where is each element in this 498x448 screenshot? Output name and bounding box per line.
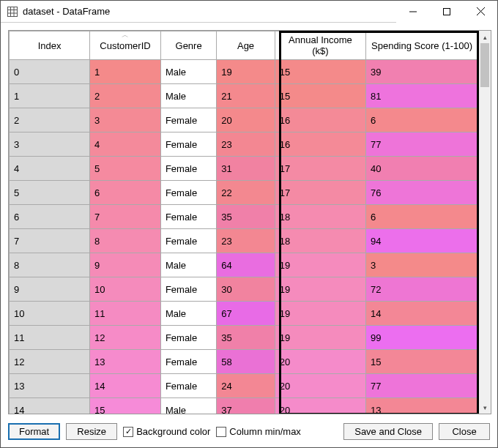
cell-index[interactable]: 14	[10, 398, 90, 414]
minimize-button[interactable]	[396, 1, 430, 23]
table-scroll[interactable]: Index ︿CustomerID Genre Age Annual Incom…	[9, 31, 478, 414]
cell-genre[interactable]: Female	[160, 108, 216, 132]
cell-genre[interactable]: Male	[160, 253, 216, 277]
cell-income[interactable]: 20	[275, 350, 365, 374]
cell-customer-id[interactable]: 9	[90, 253, 161, 277]
cell-age[interactable]: 37	[217, 398, 275, 414]
cell-income[interactable]: 16	[275, 132, 365, 157]
cell-income[interactable]: 19	[275, 326, 365, 350]
cell-index[interactable]: 11	[10, 326, 90, 350]
cell-income[interactable]: 17	[275, 181, 365, 205]
col-header-customer-id[interactable]: ︿CustomerID	[90, 31, 161, 60]
cell-spend[interactable]: 40	[366, 157, 478, 181]
cell-income[interactable]: 19	[275, 277, 365, 302]
cell-customer-id[interactable]: 15	[90, 398, 161, 414]
cell-genre[interactable]: Female	[160, 205, 216, 229]
cell-customer-id[interactable]: 7	[90, 205, 161, 229]
cell-genre[interactable]: Female	[160, 374, 216, 398]
cell-customer-id[interactable]: 14	[90, 374, 161, 398]
cell-genre[interactable]: Male	[160, 398, 216, 414]
format-button[interactable]: Format	[8, 423, 60, 440]
scroll-up-icon[interactable]: ▴	[479, 31, 491, 43]
cell-customer-id[interactable]: 13	[90, 350, 161, 374]
cell-age[interactable]: 31	[217, 157, 275, 181]
cell-genre[interactable]: Male	[160, 60, 216, 84]
vertical-scrollbar[interactable]: ▴ ▾	[478, 31, 491, 414]
cell-genre[interactable]: Female	[160, 157, 216, 181]
close-button[interactable]: Close	[439, 423, 490, 440]
cell-age[interactable]: 23	[217, 229, 275, 253]
cell-age[interactable]: 19	[217, 60, 275, 84]
cell-genre[interactable]: Female	[160, 350, 216, 374]
cell-income[interactable]: 15	[275, 60, 365, 84]
cell-age[interactable]: 20	[217, 108, 275, 132]
cell-index[interactable]: 3	[10, 132, 90, 157]
table-row[interactable]: 910Female301972	[10, 277, 478, 302]
cell-spend[interactable]: 13	[366, 398, 478, 414]
cell-index[interactable]: 2	[10, 108, 90, 132]
col-header-age[interactable]: Age	[217, 31, 275, 60]
table-row[interactable]: 23Female20166	[10, 108, 478, 132]
cell-index[interactable]: 0	[10, 60, 90, 84]
background-color-checkbox[interactable]: ✓ Background color	[123, 426, 210, 437]
table-row[interactable]: 1112Female351999	[10, 326, 478, 350]
cell-genre[interactable]: Male	[160, 302, 216, 326]
cell-spend[interactable]: 77	[366, 374, 478, 398]
table-row[interactable]: 1415Male372013	[10, 398, 478, 414]
titlebar[interactable]: dataset - DataFrame	[1, 1, 497, 23]
cell-income[interactable]: 18	[275, 229, 365, 253]
cell-spend[interactable]: 39	[366, 60, 478, 84]
cell-customer-id[interactable]: 10	[90, 277, 161, 302]
cell-age[interactable]: 35	[217, 205, 275, 229]
cell-income[interactable]: 19	[275, 302, 365, 326]
cell-index[interactable]: 1	[10, 84, 90, 108]
cell-age[interactable]: 22	[217, 181, 275, 205]
cell-spend[interactable]: 77	[366, 132, 478, 157]
cell-index[interactable]: 10	[10, 302, 90, 326]
cell-spend[interactable]: 3	[366, 253, 478, 277]
cell-genre[interactable]: Male	[160, 84, 216, 108]
table-row[interactable]: 1213Female582015	[10, 350, 478, 374]
cell-age[interactable]: 30	[217, 277, 275, 302]
cell-index[interactable]: 8	[10, 253, 90, 277]
col-header-income[interactable]: Annual Income (k$)	[275, 31, 365, 60]
cell-index[interactable]: 7	[10, 229, 90, 253]
cell-age[interactable]: 24	[217, 374, 275, 398]
cell-genre[interactable]: Female	[160, 181, 216, 205]
table-row[interactable]: 01Male191539	[10, 60, 478, 84]
close-window-button[interactable]	[464, 1, 497, 23]
cell-index[interactable]: 6	[10, 205, 90, 229]
cell-customer-id[interactable]: 6	[90, 181, 161, 205]
cell-income[interactable]: 17	[275, 157, 365, 181]
cell-spend[interactable]: 6	[366, 108, 478, 132]
table-row[interactable]: 78Female231894	[10, 229, 478, 253]
table-row[interactable]: 12Male211581	[10, 84, 478, 108]
cell-spend[interactable]: 99	[366, 326, 478, 350]
cell-income[interactable]: 20	[275, 398, 365, 414]
scroll-track[interactable]	[479, 43, 491, 401]
table-row[interactable]: 1011Male671914	[10, 302, 478, 326]
cell-customer-id[interactable]: 5	[90, 157, 161, 181]
cell-income[interactable]: 16	[275, 108, 365, 132]
cell-index[interactable]: 13	[10, 374, 90, 398]
cell-customer-id[interactable]: 3	[90, 108, 161, 132]
col-header-spend[interactable]: Spending Score (1-100)	[366, 31, 478, 60]
cell-customer-id[interactable]: 11	[90, 302, 161, 326]
col-header-index[interactable]: Index	[10, 31, 90, 60]
cell-spend[interactable]: 94	[366, 229, 478, 253]
cell-spend[interactable]: 76	[366, 181, 478, 205]
scroll-down-icon[interactable]: ▾	[479, 401, 491, 414]
table-row[interactable]: 67Female35186	[10, 205, 478, 229]
save-and-close-button[interactable]: Save and Close	[343, 423, 433, 440]
cell-genre[interactable]: Female	[160, 229, 216, 253]
table-row[interactable]: 34Female231677	[10, 132, 478, 157]
table-row[interactable]: 56Female221776	[10, 181, 478, 205]
cell-spend[interactable]: 15	[366, 350, 478, 374]
cell-age[interactable]: 35	[217, 326, 275, 350]
cell-age[interactable]: 64	[217, 253, 275, 277]
cell-index[interactable]: 9	[10, 277, 90, 302]
cell-spend[interactable]: 6	[366, 205, 478, 229]
cell-age[interactable]: 23	[217, 132, 275, 157]
table-row[interactable]: 89Male64193	[10, 253, 478, 277]
col-header-genre[interactable]: Genre	[160, 31, 216, 60]
